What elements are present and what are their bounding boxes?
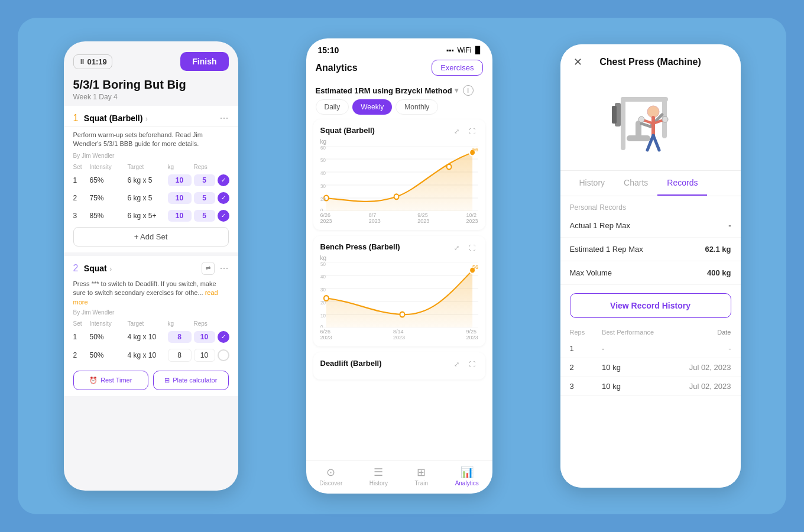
table-row: 3 85% 6 kg x 5+ 10 5 ✓ — [64, 207, 238, 225]
section2-note: Press *** to switch to Deadlift. If you … — [64, 277, 238, 309]
tab-history[interactable]: History — [570, 171, 615, 196]
date-header: Date — [666, 329, 731, 336]
chart2-header: Bench Press (Barbell) ⤢ ⛶ — [320, 242, 478, 254]
rest-timer-button[interactable]: ⏰ Rest Timer — [73, 371, 149, 390]
section2-chevron-icon[interactable]: › — [109, 265, 112, 273]
reps-input[interactable]: 5 — [194, 210, 215, 222]
perf-3: 10 kg — [602, 382, 666, 391]
info-icon[interactable]: i — [463, 85, 474, 96]
fullscreen-icon[interactable]: ⛶ — [466, 125, 478, 137]
reps-input[interactable]: 10 — [194, 331, 215, 343]
nav-analytics[interactable]: 📊 Analytics — [455, 466, 479, 486]
check-icon[interactable]: ✓ — [218, 210, 229, 222]
expand-icon[interactable]: ⤢ — [451, 242, 463, 254]
chart2-title: Bench Press (Barbell) — [320, 242, 400, 251]
svg-text:20: 20 — [320, 300, 326, 306]
tab-charts[interactable]: Charts — [614, 171, 657, 196]
nav-discover[interactable]: ⊙ Discover — [319, 466, 342, 486]
kg-input[interactable]: 10 — [168, 210, 192, 222]
expand-icon[interactable]: ⤢ — [451, 358, 463, 370]
svg-text:50: 50 — [320, 157, 326, 164]
estimated-1rm-value: 62.1 kg — [705, 245, 731, 254]
add-set-button[interactable]: + Add Set — [73, 227, 229, 246]
chart3-header: Deadlift (Barbell) ⤢ ⛶ — [320, 358, 478, 370]
history-nav-icon: ☰ — [374, 466, 383, 479]
expand-icon[interactable]: ⤢ — [451, 125, 463, 137]
exercise-illustration — [609, 85, 692, 162]
estimated-1rm-label: Estimated 1 Rep Max — [570, 245, 643, 254]
shuffle-icon[interactable]: ⇄ — [202, 262, 215, 275]
reps-input[interactable]: 5 — [194, 192, 215, 204]
tab-monthly[interactable]: Monthly — [395, 99, 438, 115]
section1-number: 1 — [73, 113, 79, 123]
section1-chevron-icon[interactable]: › — [145, 115, 148, 123]
reps-2: 2 — [570, 363, 602, 372]
tab-daily[interactable]: Daily — [316, 99, 349, 115]
svg-text:20: 20 — [320, 196, 326, 203]
svg-text:56: 56 — [472, 264, 478, 271]
kg-input-empty[interactable]: 8 — [168, 349, 192, 362]
tab-records[interactable]: Records — [657, 171, 707, 196]
check-empty-icon[interactable] — [218, 349, 229, 361]
fullscreen-icon[interactable]: ⛶ — [466, 358, 478, 370]
actual-1rm-value: - — [728, 221, 731, 230]
nav-train[interactable]: ⊞ Train — [415, 466, 428, 486]
view-record-history-button[interactable]: View Record History — [570, 293, 731, 318]
deadlift-chart-section: Deadlift (Barbell) ⤢ ⛶ — [313, 352, 485, 379]
reps-1: 1 — [570, 344, 602, 353]
chart1-container: 56 60 50 40 30 20 0 — [320, 146, 478, 211]
performance-table-header: Reps Best Performance Date — [560, 326, 741, 339]
check-icon[interactable]: ✓ — [218, 192, 229, 204]
table-row: 2 75% 6 kg x 5 10 5 ✓ — [64, 189, 238, 207]
chart3-title: Deadlift (Barbell) — [320, 359, 382, 368]
check-icon[interactable]: ✓ — [218, 174, 229, 186]
section1-more-icon[interactable]: ··· — [219, 112, 228, 124]
perf-row-2: 2 10 kg Jul 02, 2023 — [560, 358, 741, 377]
section2-number: 2 — [73, 263, 79, 273]
table-header: Set Intensity Target kg Reps — [64, 163, 238, 171]
one-rm-label: Estimated 1RM using Brzycki Method ▾ i — [306, 80, 492, 99]
fullscreen-icon[interactable]: ⛶ — [466, 242, 478, 254]
records-content: Personal Records Actual 1 Rep Max - Esti… — [560, 196, 741, 488]
section2-more-icon[interactable]: ··· — [219, 262, 228, 275]
svg-text:50: 50 — [320, 262, 326, 267]
svg-line-41 — [641, 124, 650, 126]
perf-1: - — [602, 344, 666, 353]
chart2-icons: ⤢ ⛶ — [451, 242, 478, 254]
actual-1rm-label: Actual 1 Rep Max — [570, 221, 631, 230]
analytics-header: Analytics Exercises — [306, 55, 492, 80]
close-button[interactable]: ✕ — [570, 54, 586, 70]
svg-point-49 — [638, 116, 644, 122]
section2-header: 2 Squat › ⇄ ··· — [64, 256, 238, 277]
records-header: ✕ Chest Press (Machine) — [560, 44, 741, 76]
svg-rect-34 — [621, 97, 668, 102]
date-2: Jul 02, 2023 — [666, 363, 731, 372]
section2-author: By Jim Wendler — [64, 309, 238, 319]
chart2-labels: 6/262023 8/142023 9/252023 — [320, 329, 478, 340]
reps-input-empty[interactable]: 10 — [194, 349, 215, 362]
status-time: 15:10 — [318, 46, 339, 55]
kg-input[interactable]: 10 — [168, 174, 192, 186]
check-icon[interactable]: ✓ — [218, 331, 229, 343]
svg-text:30: 30 — [320, 183, 326, 190]
date-3: Jul 02, 2023 — [666, 382, 731, 391]
table-header: Set Intensity Target kg Reps — [64, 319, 238, 328]
nav-history[interactable]: ☰ History — [369, 466, 388, 486]
kg-input[interactable]: 8 — [168, 331, 192, 343]
svg-point-7 — [394, 194, 398, 199]
kg-input[interactable]: 10 — [168, 192, 192, 204]
plate-calculator-button[interactable]: ⊞ Plate calculator — [153, 371, 229, 390]
record-row-max-volume: Max Volume 400 kg — [560, 261, 741, 285]
nav-analytics-label: Analytics — [455, 480, 479, 486]
svg-text:60: 60 — [320, 146, 326, 151]
record-row-estimated-1rm: Estimated 1 Rep Max 62.1 kg — [560, 238, 741, 261]
exercise-title: Chest Press (Machine) — [599, 57, 701, 67]
svg-point-48 — [662, 116, 668, 122]
exercises-button[interactable]: Exercises — [432, 60, 482, 76]
discover-icon: ⊙ — [326, 466, 335, 479]
svg-rect-37 — [612, 106, 617, 124]
analytics-icon: 📊 — [461, 466, 474, 479]
tab-weekly[interactable]: Weekly — [352, 99, 392, 115]
finish-button[interactable]: Finish — [180, 52, 228, 71]
reps-input[interactable]: 5 — [194, 174, 215, 186]
